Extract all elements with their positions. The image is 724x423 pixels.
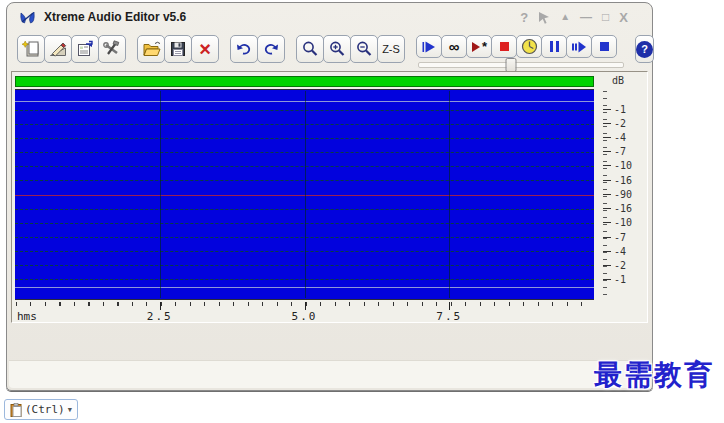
db-tick: -2 xyxy=(603,118,648,128)
db-tick: -7 xyxy=(603,147,648,157)
delete-button[interactable]: × xyxy=(191,35,219,63)
timer-button[interactable] xyxy=(516,35,542,58)
stop-icon xyxy=(600,42,609,51)
time-gridline xyxy=(305,91,306,298)
db-tick: -7 xyxy=(603,232,648,242)
stop-button[interactable] xyxy=(591,35,617,58)
db-unit-label: dB xyxy=(612,75,624,86)
db-tick: -4 xyxy=(603,133,648,143)
db-tick: -16 xyxy=(603,204,648,214)
paste-options-button[interactable]: (Ctrl) ▼ xyxy=(4,399,78,420)
record-icon xyxy=(500,42,509,51)
playback-group: ∞ * xyxy=(416,35,624,68)
pointer-icon[interactable] xyxy=(538,11,550,24)
file-io-group: × xyxy=(137,35,219,63)
zoom-button[interactable] xyxy=(296,35,324,63)
record-button[interactable] xyxy=(491,35,517,58)
magnifier-icon xyxy=(301,40,319,58)
tools-icon xyxy=(103,40,121,58)
loop-icon: ∞ xyxy=(449,39,460,54)
time-tick-label: 7.5 xyxy=(436,310,462,323)
play-selection-icon xyxy=(471,41,481,53)
time-major-tick xyxy=(449,302,450,310)
pencil-ruler-icon xyxy=(49,40,67,58)
tools-button[interactable] xyxy=(98,35,126,63)
zoom-in-icon xyxy=(328,40,346,58)
zoom-in-button[interactable] xyxy=(323,35,351,63)
maximize-icon[interactable]: □ xyxy=(602,11,609,23)
db-tick: -1 xyxy=(603,104,648,114)
app-window: Xtreme Audio Editor v5.6 ? ▲ — □ X xyxy=(6,2,653,391)
app-logo-icon xyxy=(19,9,36,26)
db-tick: -2 xyxy=(603,261,648,271)
fast-forward-icon xyxy=(571,40,587,54)
playback-slider-thumb[interactable] xyxy=(505,58,516,72)
open-folder-icon xyxy=(142,40,161,58)
db-tick: -90 xyxy=(603,189,648,199)
title-bar[interactable]: Xtreme Audio Editor v5.6 ? ▲ — □ X xyxy=(7,3,652,31)
time-major-tick xyxy=(160,302,161,310)
new-button[interactable] xyxy=(17,35,45,63)
time-gridline xyxy=(449,91,450,298)
db-scale-labels: -1-2-4-7-10-16-90-16-10-7-4-2-1 xyxy=(603,102,648,287)
properties-icon xyxy=(76,40,94,58)
window-title: Xtreme Audio Editor v5.6 xyxy=(44,10,186,24)
new-file-icon xyxy=(22,40,40,58)
waveform-display[interactable] xyxy=(15,89,594,300)
help-button[interactable]: ? xyxy=(635,35,654,63)
time-tick-label: 2.5 xyxy=(147,310,173,323)
star-icon: * xyxy=(482,43,487,51)
play-icon xyxy=(421,40,437,54)
undo-button[interactable] xyxy=(230,35,258,63)
properties-button[interactable] xyxy=(71,35,99,63)
db-tick: -16 xyxy=(603,175,648,185)
zoom-selection-button[interactable]: Z-S xyxy=(377,35,405,63)
zoom-out-icon xyxy=(355,40,373,58)
undo-icon xyxy=(235,41,253,57)
open-button[interactable] xyxy=(137,35,165,63)
toolbar: × xyxy=(17,35,647,68)
time-axis: hms 2.55.07.5 xyxy=(15,302,594,322)
delete-x-icon: × xyxy=(199,39,211,59)
zoom-selection-label: Z-S xyxy=(382,43,400,55)
play-button[interactable] xyxy=(416,35,442,58)
time-major-tick xyxy=(305,302,306,310)
db-ruler: -1-2-4-7-10-16-90-16-10-7-4-2-1 xyxy=(598,89,648,300)
clipboard-icon xyxy=(10,403,22,417)
watermark-text: 最需教育 xyxy=(594,356,714,394)
clock-icon xyxy=(521,38,538,55)
pause-icon xyxy=(550,41,559,52)
paste-options-label: (Ctrl) xyxy=(25,403,65,416)
waveform-panel: dB -1-2-4-7-10-16-90-16-10-7-4-2-1 hms 2… xyxy=(11,71,648,323)
zoom-out-button[interactable] xyxy=(350,35,378,63)
save-floppy-icon xyxy=(169,40,187,58)
pause-button[interactable] xyxy=(541,35,567,58)
db-tick: -10 xyxy=(603,218,648,228)
window-help-icon[interactable]: ? xyxy=(520,11,528,24)
pin-icon[interactable]: ▲ xyxy=(560,12,570,22)
db-tick: -10 xyxy=(603,161,648,171)
playback-buttons: ∞ * xyxy=(416,35,624,58)
time-unit-label: hms xyxy=(17,310,37,323)
redo-icon xyxy=(262,41,280,57)
zoom-group: Z-S xyxy=(296,35,405,63)
window-footer xyxy=(9,360,650,388)
help-icon: ? xyxy=(636,41,653,58)
close-icon[interactable]: X xyxy=(619,11,628,24)
minimize-icon[interactable]: — xyxy=(580,11,592,23)
db-tick: -4 xyxy=(603,246,648,256)
undo-redo-group xyxy=(230,35,285,63)
db-tick: -1 xyxy=(603,275,648,285)
loop-button[interactable]: ∞ xyxy=(441,35,467,58)
edit-button[interactable] xyxy=(44,35,72,63)
playback-slider[interactable] xyxy=(418,62,624,68)
file-tools-group xyxy=(17,35,126,63)
level-meter-bar xyxy=(15,76,594,87)
page: { "window": { "title": "Xtreme Audio Edi… xyxy=(0,0,724,423)
window-controls: ? ▲ — □ X xyxy=(520,11,638,24)
redo-button[interactable] xyxy=(257,35,285,63)
fast-forward-button[interactable] xyxy=(566,35,592,58)
save-button[interactable] xyxy=(164,35,192,63)
play-selection-button[interactable]: * xyxy=(466,35,492,58)
time-gridline xyxy=(160,91,161,298)
